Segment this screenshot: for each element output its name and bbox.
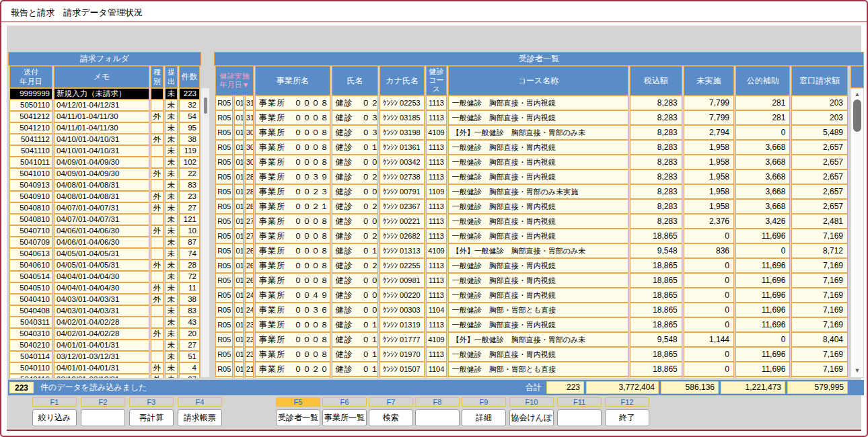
cell: 03/12/01-03/12/31 bbox=[54, 351, 149, 362]
fkey-button-f12[interactable]: 終了 bbox=[605, 409, 649, 426]
page-title: 報告と請求 請求データ管理状況 bbox=[11, 7, 143, 19]
table-row[interactable]: 504121004/11/01-04/11/30未95 bbox=[9, 122, 200, 134]
table-row[interactable]: R050126事業所 ０００８３健診 ０２２ｹﾝｼﾝ 022551113一般健診… bbox=[215, 258, 848, 273]
col-exam-date-sorted[interactable]: 健診実施 年月日▼ bbox=[215, 66, 254, 95]
fkey-button-f11[interactable] bbox=[557, 409, 602, 426]
cell: 38 bbox=[179, 294, 200, 305]
table-row[interactable]: R050121事業所 ００２０１健診 ０１５ｹﾝｼﾝ 015071104一般健診… bbox=[215, 362, 848, 376]
table-row[interactable]: 504091304/08/01-04/08/31未83 bbox=[9, 180, 200, 191]
cell: 7,169 bbox=[791, 273, 848, 288]
table-row[interactable]: R050128事業所 ００２１１健診 ０２３ｹﾝｼﾝ 023671113一般健診… bbox=[215, 199, 848, 214]
table-row[interactable]: R050128事業所 ００３９５健診 ０２７ｹﾝｼﾝ 027381113一般健診… bbox=[215, 169, 848, 184]
cell: 1104 bbox=[426, 376, 447, 378]
col-course-code[interactable]: 健診 コース bbox=[426, 66, 447, 95]
table-row[interactable]: 504011004/01/01-04/01/31外未4 bbox=[9, 362, 200, 374]
table-row[interactable]: 504081004/07/01-04/07/31未121 bbox=[9, 214, 200, 225]
cell: 10 bbox=[179, 225, 200, 237]
col-not-performed[interactable]: 未実施 bbox=[684, 66, 734, 95]
col-type[interactable]: 種 別 bbox=[151, 66, 164, 88]
table-row[interactable]: 504081004/07/01-04/07/31外未27 bbox=[9, 202, 200, 214]
billing-folder-scrollbar[interactable] bbox=[201, 88, 209, 377]
table-row[interactable]: R050123事業所 ０００８３健診 ０１３ｹﾝｼﾝ 013191113一般健診… bbox=[215, 317, 848, 332]
table-row[interactable]: R050127事業所 ０００８３健診 ０２６ｹﾝｼﾝ 026821113一般健診… bbox=[215, 229, 848, 243]
col-submit[interactable]: 提 出 bbox=[165, 66, 178, 88]
table-row[interactable]: 504031104/02/01-04/02/28未43 bbox=[9, 317, 200, 328]
table-row[interactable]: 504071004/06/01-04/06/30外未10 bbox=[9, 225, 200, 237]
table-row[interactable]: 504091004/08/01-04/08/31外未23 bbox=[9, 191, 200, 202]
cell: 一般健診 胸部直接・胃内視鏡 bbox=[448, 214, 629, 229]
table-row[interactable]: 504011003/12/01-03/12/31外未27 bbox=[9, 374, 200, 378]
col-course-name[interactable]: コース名称 bbox=[448, 66, 629, 95]
table-row[interactable]: R050128事業所 ００２３７健診 ００７ｹﾝｼﾝ 007911109一般健診… bbox=[215, 184, 848, 199]
table-row[interactable]: R050131事業所 ０００８３健診 ０３１ｹﾝｼﾝ 031851113一般健診… bbox=[215, 110, 848, 125]
fkey-button-f1[interactable]: 絞り込み bbox=[32, 409, 77, 426]
fkey-button-f6[interactable]: 事業所一覧 bbox=[322, 409, 367, 426]
examinee-table: 健診実施 年月日▼ 事業所名 氏名 カナ氏名 健診 コース コース名称 税込額 … bbox=[214, 66, 851, 378]
table-row[interactable]: 504111204/10/01-04/10/31外未38 bbox=[9, 134, 200, 145]
table-row[interactable]: 504101004/09/01-04/09/30外未22 bbox=[9, 168, 200, 180]
col-person-name[interactable]: 氏名 bbox=[332, 66, 378, 95]
cell: 32 bbox=[179, 100, 200, 111]
table-row[interactable]: 504021004/01/01-04/01/31未27 bbox=[9, 340, 200, 351]
table-row[interactable]: 9999999新規入力（未請求）未223 bbox=[9, 88, 200, 100]
cell: 01 bbox=[234, 288, 243, 303]
table-row[interactable]: R050126事業所 ０００８３健診 ００９ｹﾝｼﾝ 009811113一般健診… bbox=[215, 273, 848, 288]
table-row[interactable]: 504031004/02/01-04/02/28外未20 bbox=[9, 328, 200, 340]
table-row[interactable]: 504070904/06/01-04/06/30未87 bbox=[9, 237, 200, 248]
examinee-scrollbar-thumb[interactable] bbox=[853, 100, 861, 132]
table-row[interactable]: 504061004/05/01-04/05/31外未28 bbox=[9, 260, 200, 271]
table-row[interactable]: 504111004/10/01-04/10/31未119 bbox=[9, 145, 200, 157]
cell: 1,144 bbox=[684, 332, 734, 347]
cell: 5,489 bbox=[791, 125, 848, 140]
table-row[interactable]: 504061304/05/01-04/05/31未74 bbox=[9, 248, 200, 260]
table-row[interactable]: 504051404/04/01-04/04/30未72 bbox=[9, 271, 200, 282]
table-row[interactable]: R050130事業所 ０００８３健診 ０３１ｹﾝｼﾝ 031984109【外】一… bbox=[215, 125, 848, 140]
table-row[interactable]: R050124事業所 ００４９９健診 ００２ｹﾝｼﾝ 002201113一般健診… bbox=[215, 288, 848, 303]
col-public-subsidy[interactable]: 公的補助 bbox=[735, 66, 790, 95]
col-count[interactable]: 件数 bbox=[179, 66, 200, 88]
scroll-down-icon[interactable]: ▼ bbox=[851, 366, 864, 374]
col-window-billing[interactable]: 窓口請求額 bbox=[791, 66, 848, 95]
col-memo[interactable]: メモ bbox=[54, 66, 149, 88]
status-message: 件のデータを読み込みました bbox=[40, 380, 147, 395]
col-office-name[interactable]: 事業所名 bbox=[255, 66, 330, 95]
col-send-date[interactable]: 送付 年月日 bbox=[9, 66, 52, 88]
cell: 04/07/01-04/07/31 bbox=[54, 202, 149, 214]
fkey-button-f4[interactable]: 請求帳票 bbox=[178, 409, 222, 426]
cell: 事業所 ０００８３ bbox=[255, 347, 330, 362]
fkey-button-f5[interactable]: 受診者一覧 bbox=[276, 409, 320, 426]
table-row[interactable]: R050131事業所 ０００８３健診 ０２２ｹﾝｼﾝ 022531113一般健診… bbox=[215, 95, 848, 110]
table-row[interactable]: R050130事業所 ０００８３健診 ０１３ｹﾝｼﾝ 013611113一般健診… bbox=[215, 140, 848, 155]
cell: 0 bbox=[684, 317, 734, 332]
table-row[interactable]: 504101104/09/01-04/09/30未102 bbox=[9, 157, 200, 168]
fkey-button-f10[interactable]: 協会けんぽ bbox=[509, 409, 554, 426]
table-row[interactable]: 505011004/12/01-04/12/31未32 bbox=[9, 100, 200, 111]
table-row[interactable]: R050124事業所 ００３６６健診 ００３ｹﾝｼﾝ 003031104一般健診… bbox=[215, 303, 848, 317]
cell: 21 bbox=[245, 376, 254, 378]
table-row[interactable]: R050123事業所 ０００８３健診 ０１９ｹﾝｼﾝ 019701113一般健診… bbox=[215, 347, 848, 362]
table-row[interactable]: 504121204/11/01-04/11/30外未54 bbox=[9, 111, 200, 122]
table-row[interactable]: R050130事業所 ０００８３健診 ００３ｹﾝｼﾝ 003421113一般健診… bbox=[215, 155, 848, 169]
fkey-button-f9[interactable]: 詳細 bbox=[462, 409, 506, 426]
table-row[interactable]: 504051004/04/01-04/04/30外未11 bbox=[9, 282, 200, 294]
table-row[interactable]: 504041004/03/01-04/03/31外未38 bbox=[9, 294, 200, 305]
fkey-button-f3[interactable]: 再計算 bbox=[129, 409, 174, 426]
table-row[interactable]: R050127事業所 ０００８３健診 ００２ｹﾝｼﾝ 002211113一般健診… bbox=[215, 214, 848, 229]
cell: ｹﾝｼﾝ 00221 bbox=[379, 214, 425, 229]
fkey-button-f7[interactable]: 検索 bbox=[369, 409, 413, 426]
fkey-button-f8[interactable] bbox=[415, 409, 460, 426]
col-tax-included[interactable]: 税込額 bbox=[630, 66, 682, 95]
billing-folder-scrollbar-thumb[interactable] bbox=[204, 97, 207, 114]
table-row[interactable]: 504011403/12/01-03/12/31未51 bbox=[9, 351, 200, 362]
scroll-up-icon[interactable]: ▲ bbox=[851, 90, 864, 98]
fkey-button-f2[interactable] bbox=[81, 409, 125, 426]
col-kana-name[interactable]: カナ氏名 bbox=[379, 66, 425, 95]
cell: 01 bbox=[234, 332, 243, 347]
cell: 1113 bbox=[426, 95, 447, 110]
billing-folder-table: 送付 年月日 メモ 種 別 提 出 件数 9999999新規入力（未請求）未22… bbox=[8, 66, 201, 378]
table-row[interactable]: 504040804/03/01-04/03/31未83 bbox=[9, 305, 200, 317]
cell: 04/04/01-04/04/30 bbox=[54, 282, 149, 294]
table-row[interactable]: R050121事業所 ０００８３健診 ０２５ｹﾝｼﾝ 025281104一般健診… bbox=[215, 376, 848, 378]
table-row[interactable]: R050123事業所 ０００８３健診 ０１７ｹﾝｼﾝ 017774109【外】一… bbox=[215, 332, 848, 347]
table-row[interactable]: R050126事業所 ０００８３健診 ０１３ｹﾝｼﾝ 013134109【外】一… bbox=[215, 243, 848, 258]
